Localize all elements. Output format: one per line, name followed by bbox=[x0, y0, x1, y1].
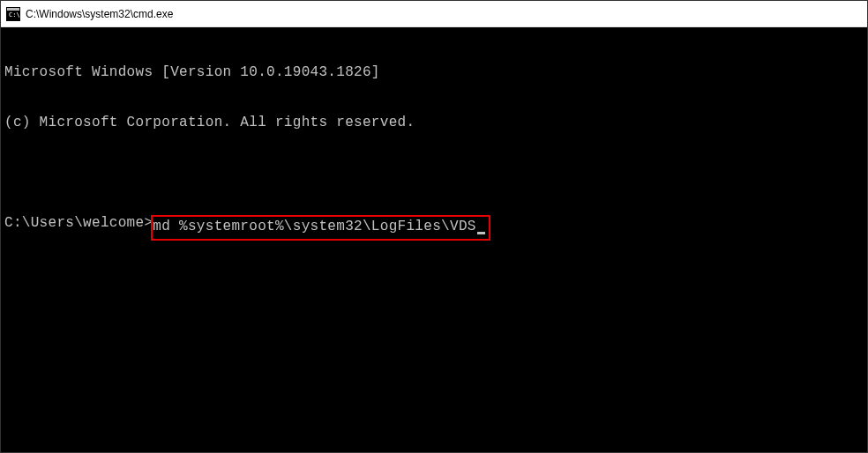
version-line: Microsoft Windows [Version 10.0.19043.18… bbox=[4, 64, 867, 81]
svg-rect-1 bbox=[7, 8, 19, 11]
svg-text:C:\: C:\ bbox=[9, 11, 20, 19]
text-cursor bbox=[477, 232, 485, 234]
cmd-window: C:\ C:\Windows\system32\cmd.exe Microsof… bbox=[0, 0, 868, 453]
blank-line bbox=[4, 165, 867, 182]
command-text: md %systemroot%\system32\LogFiles\VDS bbox=[153, 219, 475, 234]
cmd-icon: C:\ bbox=[6, 7, 20, 21]
prompt-row: C:\Users\welcome>md %systemroot%\system3… bbox=[4, 215, 867, 241]
command-highlight: md %systemroot%\system32\LogFiles\VDS bbox=[151, 215, 490, 241]
titlebar[interactable]: C:\ C:\Windows\system32\cmd.exe bbox=[1, 1, 867, 27]
copyright-line: (c) Microsoft Corporation. All rights re… bbox=[4, 115, 867, 131]
prompt-text: C:\Users\welcome> bbox=[4, 215, 153, 232]
console-area[interactable]: Microsoft Windows [Version 10.0.19043.18… bbox=[1, 27, 867, 452]
window-title: C:\Windows\system32\cmd.exe bbox=[26, 8, 173, 20]
